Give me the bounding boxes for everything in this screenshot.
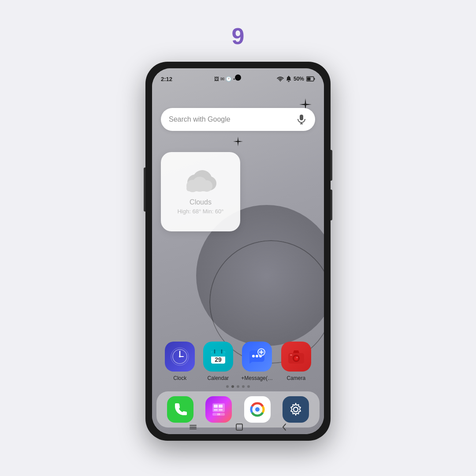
nav-bar (152, 419, 324, 434)
status-time: 2:12 (161, 76, 172, 82)
dock-galaxy-store[interactable]: 15 (205, 396, 232, 423)
svg-rect-3 (307, 78, 311, 81)
dot-3 (237, 385, 239, 388)
wifi-icon (277, 76, 284, 82)
message-label: +Message(SM... (241, 375, 273, 381)
svg-rect-14 (186, 186, 208, 191)
page-wrapper: 9 2:12 🖼 ✉ 🕐 • (0, 0, 476, 476)
svg-point-19 (179, 356, 181, 357)
app-camera[interactable]: Camera (281, 342, 311, 381)
mic-icon[interactable] (296, 114, 307, 125)
svg-point-0 (280, 81, 281, 82)
svg-point-27 (252, 355, 255, 357)
camera-icon (281, 342, 311, 372)
svg-point-50 (294, 407, 298, 412)
search-placeholder: Search with Google (169, 115, 231, 123)
phone-device: 2:12 🖼 ✉ 🕐 • 50% (145, 62, 331, 441)
camera-notch (235, 74, 241, 81)
message-icon (242, 342, 272, 372)
app-clock[interactable]: Clock (165, 342, 195, 381)
calendar-icon: 29 (203, 342, 233, 372)
nav-recents[interactable] (189, 424, 197, 431)
nav-back[interactable] (282, 423, 287, 431)
weather-condition: Clouds (190, 198, 212, 206)
search-bar[interactable]: Search with Google (161, 108, 315, 131)
sparkle-center (233, 137, 243, 149)
svg-rect-2 (314, 78, 315, 80)
weather-temp: High: 68° Min: 60° (177, 208, 223, 215)
ring-icon (286, 76, 291, 82)
camera-label: Camera (286, 375, 305, 381)
status-right: 50% (277, 76, 315, 82)
volume-button (144, 167, 145, 212)
svg-rect-4 (300, 115, 303, 120)
svg-text:29: 29 (215, 356, 222, 363)
dot-1 (226, 385, 229, 388)
dock-chrome[interactable] (244, 396, 271, 423)
dock-settings[interactable] (283, 396, 309, 423)
app-message[interactable]: +Message(SM... (241, 342, 273, 381)
svg-rect-41 (219, 405, 223, 408)
svg-rect-42 (214, 409, 218, 411)
nav-home[interactable] (235, 423, 243, 431)
svg-point-49 (255, 407, 260, 412)
dock-phone[interactable] (167, 396, 193, 423)
svg-rect-54 (236, 424, 242, 430)
clock-icon (165, 342, 195, 372)
notif-icons: 🖼 ✉ 🕐 • (214, 76, 235, 82)
step-number: 9 (232, 23, 245, 49)
dot-5 (247, 385, 250, 388)
weather-widget[interactable]: Clouds High: 68° Min: 60° (161, 152, 240, 231)
svg-point-28 (256, 355, 258, 357)
weather-cloud-icon (183, 169, 218, 194)
clock-label: Clock (173, 375, 186, 381)
page-dots (152, 385, 324, 388)
dot-2 (231, 385, 234, 388)
power-button (331, 150, 332, 181)
phone-screen: 2:12 🖼 ✉ 🕐 • 50% (152, 68, 324, 434)
app-calendar[interactable]: 29 Calendar (203, 342, 233, 381)
svg-rect-38 (290, 354, 292, 356)
svg-rect-43 (219, 409, 223, 411)
svg-text:15: 15 (217, 413, 220, 416)
bixby-button (331, 190, 332, 220)
battery-text: 50% (294, 76, 304, 82)
calendar-label: Calendar (207, 375, 229, 381)
battery-icon (306, 76, 315, 82)
svg-rect-40 (214, 405, 218, 408)
dot-4 (242, 385, 245, 388)
svg-point-37 (296, 357, 298, 358)
app-row: Clock 29 Calendar (152, 342, 324, 381)
